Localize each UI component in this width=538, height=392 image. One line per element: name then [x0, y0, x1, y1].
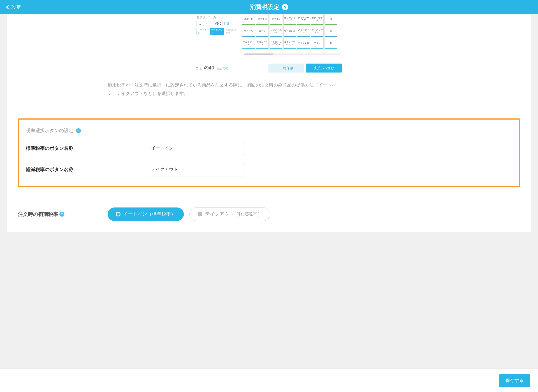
menu-tile: ウーロン茶: [283, 26, 296, 37]
standard-tax-input[interactable]: [147, 142, 245, 155]
menu-tile: チョコアイス: [256, 38, 269, 49]
preview-discount: 割引: [224, 22, 229, 25]
radio-circle-icon: [116, 212, 120, 216]
initial-tax-row: 注文時の初期税率 ? イートイン（標準税率） テイクアウト（軽減税率）: [18, 207, 520, 221]
radio-circle-icon: [198, 212, 202, 216]
menu-tile: ストロベリーアイス: [270, 38, 282, 49]
menu-tile: ポテトサラダ: [311, 14, 324, 25]
menu-tile: コーラ: [256, 26, 269, 37]
initial-tax-label: 注文時の初期税率 ?: [18, 211, 102, 218]
preview-grid-row: 生ビール コーラ ジンジャエール ウーロン茶 アイスティー アイスコーヒー カ: [242, 26, 342, 37]
menu-tile: バニラアイス: [242, 38, 255, 49]
preview-temp-save-button: 一時保存: [268, 64, 304, 73]
main-content: ダブルバーガー 1 × ¥540 割引 イートイン テイクアウト 軽減税率8%適…: [7, 14, 531, 232]
menu-tile: 海: [324, 14, 337, 25]
radio-eatin[interactable]: イートイン（標準税率）: [108, 207, 184, 221]
page-title: 消費税設定 ?: [250, 3, 288, 11]
menu-tile: アイスティー: [297, 26, 310, 37]
preview-pay-button: 支払いへ進む: [306, 64, 342, 73]
standard-tax-label: 標準税率のボタン名称: [26, 145, 147, 151]
preview-item-name: ダブルバーガー: [196, 14, 238, 21]
reduced-tax-input[interactable]: [147, 163, 245, 176]
preview-menu-grid: ポテトS ポテトM ポテトL オニオンリング グリーンサラダ ポテトサラダ 海 …: [242, 14, 342, 55]
radio-takeout[interactable]: テイクアウト（軽減税率）: [189, 207, 270, 221]
menu-tile: 生ビール: [242, 26, 255, 37]
preview-order-panel: ダブルバーガー 1 × ¥540 割引 イートイン テイクアウト 軽減税率8%適…: [196, 14, 238, 35]
help-icon[interactable]: ?: [76, 128, 81, 133]
menu-tile: グリーンサラダ: [297, 14, 310, 25]
chevron-left-icon: [6, 5, 11, 9]
menu-tile: ティラミス: [297, 38, 310, 49]
tax-button-settings-section: 税率選択ボタンの設定 ? 標準税率のボタン名称 軽減税率のボタン名称: [18, 118, 520, 187]
back-label: 設定: [11, 4, 21, 10]
preview-qty: 1: [196, 21, 204, 26]
preview-qty-row: 1 × ¥540 割引: [196, 21, 238, 26]
back-button[interactable]: 設定: [7, 4, 21, 10]
preview-total: 2点 ¥940 (税込) 割引: [196, 65, 229, 71]
preview-grid-row: バニラアイス チョコアイス ストロベリーアイス ゆずシャーベット ティラミス プ…: [242, 38, 342, 49]
preview-container: ダブルバーガー 1 × ¥540 割引 イートイン テイクアウト 軽減税率8%適…: [18, 14, 520, 73]
menu-tile: ポテトM: [256, 14, 269, 25]
app-header: 設定 消費税設定 ?: [0, 0, 538, 14]
preview-grid-row: ポテトS ポテトM ポテトL オニオンリング グリーンサラダ ポテトサラダ 海: [242, 14, 342, 25]
help-icon[interactable]: ?: [59, 212, 64, 217]
menu-tile: ゆずシャーベット: [283, 38, 296, 49]
menu-tile: ポテトS: [242, 14, 255, 25]
preview-price: ¥540: [208, 21, 222, 26]
preview-bottom-bar: 2点 ¥940 (税込) 割引 一時保存 支払いへ進む: [196, 55, 342, 73]
menu-tile: ポテトL: [270, 14, 282, 25]
preview-pill-note: 軽減税率8%適用: [226, 29, 238, 34]
pos-preview: ダブルバーガー 1 × ¥540 割引 イートイン テイクアウト 軽減税率8%適…: [196, 14, 342, 73]
divider: [18, 108, 520, 108]
form-row-reduced: 軽減税率のボタン名称: [26, 163, 512, 176]
preview-pill-eatin: イートイン: [196, 28, 209, 35]
menu-tile: オニオンリング: [283, 14, 296, 25]
menu-tile: アイスコーヒー: [311, 26, 324, 37]
preview-pill-row: イートイン テイクアウト 軽減税率8%適用: [196, 28, 238, 35]
reduced-tax-label: 軽減税率のボタン名称: [26, 166, 147, 173]
form-row-standard: 標準税率のボタン名称: [26, 142, 512, 155]
preview-description: 適用税率が「注文時に選択」に設定されている商品を注文する際に、初回の注文時のみ商…: [108, 81, 343, 98]
menu-tile: 和: [324, 38, 337, 49]
preview-pill-takeout: テイクアウト: [210, 28, 224, 35]
divider: [18, 197, 520, 197]
preview-scrollbar: [244, 53, 340, 55]
menu-tile: プリン: [311, 38, 324, 49]
preview-buttons: 一時保存 支払いへ進む: [268, 64, 342, 73]
menu-tile: カ: [324, 26, 337, 37]
section-title: 税率選択ボタンの設定 ?: [26, 127, 512, 134]
help-icon[interactable]: ?: [282, 4, 288, 10]
menu-tile: ジンジャエール: [270, 26, 282, 37]
